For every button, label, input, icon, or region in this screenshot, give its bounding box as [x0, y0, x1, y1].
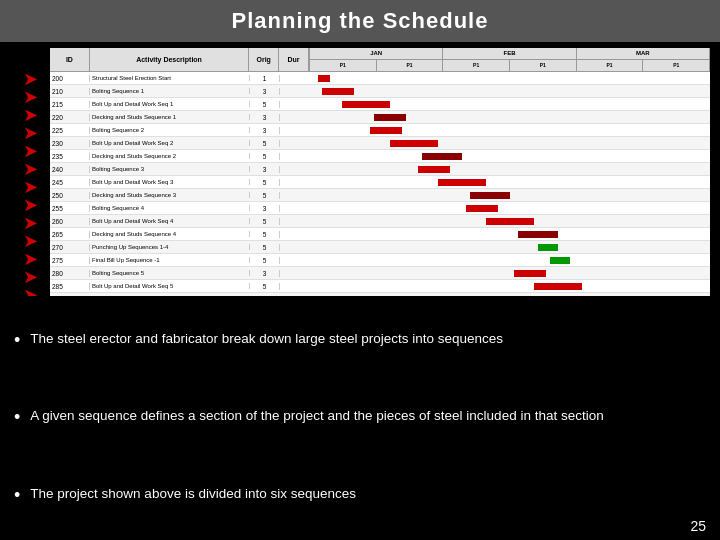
table-row: 265 Decking and Studs Sequence 4 5 [50, 228, 710, 241]
table-row: 260 Bolt Up and Detail Work Seq 4 5 [50, 215, 710, 228]
gantt-header-right: JAN FEB MAR P1 P1 P1 P1 P1 P1 [310, 48, 710, 71]
arrow-13: ➤ [23, 286, 38, 296]
bullet-text-3: The project shown above is divided into … [30, 485, 706, 504]
arrow-3: ➤ [23, 106, 38, 124]
bullet-dot-3: • [14, 485, 20, 507]
header-orig: Orig [249, 48, 279, 71]
bullet-dot-2: • [14, 407, 20, 429]
week-5: P1 [577, 60, 644, 71]
table-row: 225 Bolting Sequence 2 3 [50, 124, 710, 137]
week-2: P1 [377, 60, 444, 71]
month-mar: MAR [577, 48, 710, 59]
gantt-area: ➤ ➤ ➤ ➤ ➤ ➤ ➤ ➤ ➤ ➤ ➤ ➤ ➤ ➤ [10, 48, 710, 296]
month-feb: FEB [443, 48, 576, 59]
arrow-11: ➤ [23, 250, 38, 268]
arrow-12: ➤ [23, 268, 38, 286]
table-row: 230 Bolt Up and Detail Work Seq 2 5 [50, 137, 710, 150]
table-row: 275 Final Bill Up Sequence -1 5 [50, 254, 710, 267]
bullet-item-3: • The project shown above is divided int… [10, 483, 710, 509]
arrow-10: ➤ [23, 232, 38, 250]
bullet-item-2: • A given sequence defines a section of … [10, 405, 710, 431]
gantt-table: ID Activity Description Orig Dur [50, 48, 710, 296]
table-row: 220 Decking and Studs Sequence 1 3 [50, 111, 710, 124]
table-row: 215 Bolt Up and Detail Work Seq 1 5 [50, 98, 710, 111]
arrow-6: ➤ [23, 160, 38, 178]
bullet-item-1: • The steel erector and fabricator break… [10, 328, 710, 354]
week-1: P1 [310, 60, 377, 71]
table-row: 280 Bolting Sequence 5 3 [50, 267, 710, 280]
title-bar: Planning the Schedule [0, 0, 720, 42]
arrow-2: ➤ [23, 88, 38, 106]
bullet-dot-1: • [14, 330, 20, 352]
bullet-text-2: A given sequence defines a section of th… [30, 407, 706, 426]
arrow-4: ➤ [23, 124, 38, 142]
table-row: 210 Bolting Sequence 1 3 [50, 85, 710, 98]
arrow-7: ➤ [23, 178, 38, 196]
arrow-5: ➤ [23, 142, 38, 160]
arrow-9: ➤ [23, 214, 38, 232]
gantt-header-left: ID Activity Description Orig Dur [50, 48, 310, 71]
table-row: 290 Decking and Studs Sequence 5 3 [50, 293, 710, 296]
header-id: ID [50, 48, 90, 71]
page-number: 25 [690, 518, 706, 534]
table-row: 250 Decking and Studs Sequence 3 5 [50, 189, 710, 202]
table-row: 245 Bolt Up and Detail Work Seq 3 5 [50, 176, 710, 189]
page-title: Planning the Schedule [232, 8, 489, 33]
week-3: P1 [443, 60, 510, 71]
table-row: 235 Decking and Studs Sequence 2 5 [50, 150, 710, 163]
arrow-8: ➤ [23, 196, 38, 214]
table-row: 285 Bolt Up and Detail Work Seq 5 5 [50, 280, 710, 293]
bullets-section: • The steel erector and fabricator break… [10, 296, 710, 536]
header-dur: Dur [279, 48, 309, 71]
table-row: 200 Structural Steel Erection Start 1 [50, 72, 710, 85]
month-jan: JAN [310, 48, 443, 59]
arrows-column: ➤ ➤ ➤ ➤ ➤ ➤ ➤ ➤ ➤ ➤ ➤ ➤ ➤ ➤ [10, 48, 50, 296]
gantt-timeline-top: JAN FEB MAR [310, 48, 710, 60]
main-content: ➤ ➤ ➤ ➤ ➤ ➤ ➤ ➤ ➤ ➤ ➤ ➤ ➤ ➤ [0, 42, 720, 540]
page: Planning the Schedule ➤ ➤ ➤ ➤ ➤ ➤ ➤ ➤ ➤ … [0, 0, 720, 540]
gantt-rows: 200 Structural Steel Erection Start 1 21… [50, 72, 710, 296]
arrow-1: ➤ [23, 70, 38, 88]
week-6: P1 [643, 60, 710, 71]
bullet-text-1: The steel erector and fabricator break d… [30, 330, 706, 349]
gantt-header: ID Activity Description Orig Dur [50, 48, 710, 72]
header-desc: Activity Description [90, 48, 249, 71]
table-row: 255 Bolting Sequence 4 3 [50, 202, 710, 215]
gantt-timeline-bottom: P1 P1 P1 P1 P1 P1 [310, 60, 710, 71]
table-row: 270 Punching Up Sequences 1-4 5 [50, 241, 710, 254]
week-4: P1 [510, 60, 577, 71]
table-row: 240 Bolting Sequence 3 3 [50, 163, 710, 176]
